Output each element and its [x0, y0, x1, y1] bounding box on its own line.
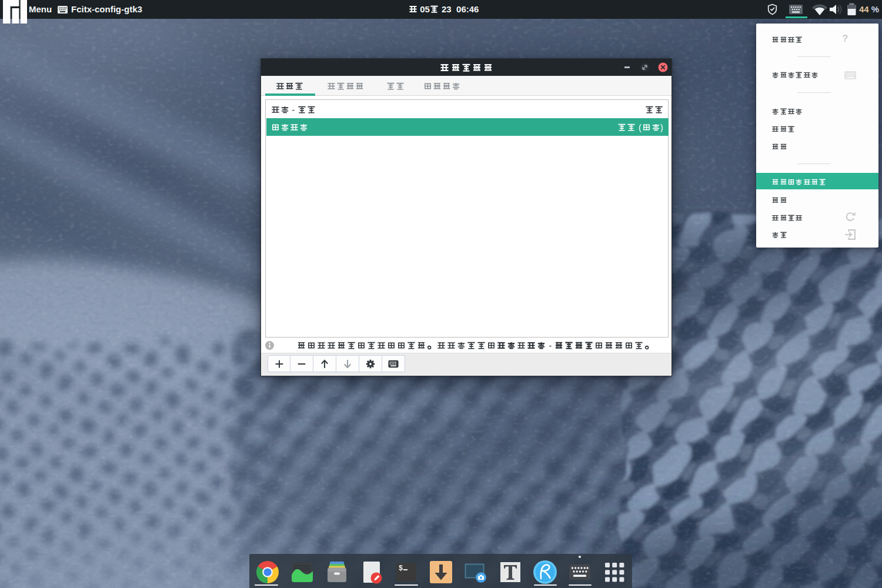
svg-text:$: $ [399, 564, 403, 573]
